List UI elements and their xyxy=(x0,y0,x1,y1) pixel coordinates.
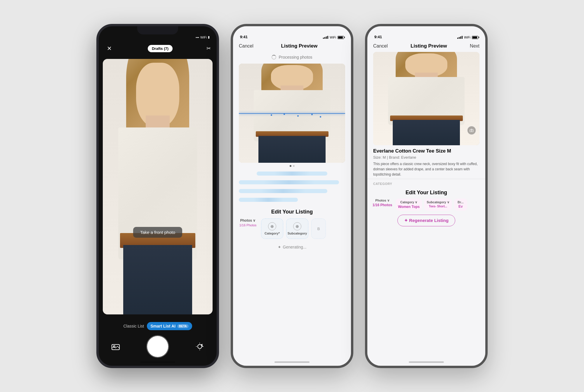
photos-count: 1/16 Photos xyxy=(239,223,257,227)
status-icons-3: WiFi xyxy=(457,36,478,39)
next-button-3[interactable]: Next xyxy=(470,43,479,49)
tab-photos-3[interactable]: Photos ∨ 1/16 Photos xyxy=(371,199,393,211)
phone-2: 9:41 WiFi Cancel Listing Preview Process… xyxy=(231,24,353,368)
generating-label: Generating... xyxy=(283,245,307,249)
signal-icon: ▪▪▪ xyxy=(196,36,199,39)
listing-photo-3 xyxy=(373,52,479,145)
listing-photo-2 xyxy=(239,64,345,163)
spinner-icon xyxy=(272,55,276,60)
listing-info: Everlane Cotton Crew Tee Size M Size: M … xyxy=(367,145,485,179)
photos-count-3: 1/16 Photos xyxy=(373,203,392,207)
tab-brand-3[interactable]: Br... Ev xyxy=(454,199,467,211)
tab-category-2[interactable]: ⊕ Category* xyxy=(261,218,283,239)
status-icons-2: WiFi xyxy=(323,36,344,39)
flip-camera-button[interactable] xyxy=(194,341,205,352)
sparkle-icon: ✦ xyxy=(278,245,281,249)
shutter-button[interactable] xyxy=(147,336,168,357)
category-circle-icon: ⊕ xyxy=(268,222,276,230)
battery-icon-2 xyxy=(338,36,344,39)
phone1-content: ▪▪▪ WiFi ▮ ✕ Drafts (7) ✂ xyxy=(99,26,217,366)
listing-meta: Size: M | Brand: Everlane xyxy=(373,155,479,160)
cancel-button-2[interactable]: Cancel xyxy=(239,43,253,49)
listing-title: Everlane Cotton Crew Tee Size M xyxy=(373,148,479,154)
tab-subcategory-3[interactable]: Subcategory ∨ Tees- Short... xyxy=(424,199,452,211)
category-section-label: CATEGORY xyxy=(367,179,485,186)
battery-icon-3 xyxy=(472,36,478,39)
beta-badge: BETA xyxy=(177,324,188,328)
tab-subcategory-2[interactable]: ⊕ Subcategory xyxy=(286,218,308,239)
home-indicator-2 xyxy=(274,361,310,363)
tab-category-3[interactable]: Category ∨ Women Tops xyxy=(396,199,422,211)
status-icons-1: ▪▪▪ WiFi ▮ xyxy=(196,35,210,39)
edit-section-title-3: Edit Your Listing xyxy=(367,186,485,199)
camera-overlay-text: Take a front photo xyxy=(133,227,182,238)
svg-point-4 xyxy=(471,130,472,131)
notch-1 xyxy=(137,26,178,34)
tab-photos-2[interactable]: Photos ∨ 1/16 Photos xyxy=(238,218,258,239)
subcategory-circle-icon: ⊕ xyxy=(293,222,301,230)
cancel-button-3[interactable]: Cancel xyxy=(373,43,388,49)
page-title-2: Listing Preview xyxy=(281,43,318,49)
phone3-content: 9:41 WiFi Cancel Listing Preview Next xyxy=(367,26,485,366)
skeleton-2 xyxy=(239,180,339,184)
tab-row-2: Photos ∨ 1/16 Photos ⊕ Category* ⊕ Subca… xyxy=(233,218,351,239)
scissors-icon[interactable]: ✂ xyxy=(206,45,211,52)
close-button[interactable]: ✕ xyxy=(105,44,114,53)
edit-section-title-2: Edit Your Listing xyxy=(233,204,351,218)
phone-3: 9:41 WiFi Cancel Listing Preview Next xyxy=(365,24,488,368)
notch-2 xyxy=(272,26,312,34)
photos-tab-label-3: Photos ∨ xyxy=(375,199,389,202)
svg-rect-3 xyxy=(470,130,473,132)
tab-brand-2[interactable]: B xyxy=(311,218,326,239)
status-time-3: 9:41 xyxy=(374,35,382,39)
wifi-icon-2: WiFi xyxy=(330,36,336,39)
wifi-icon-3: WiFi xyxy=(464,36,470,39)
signal-bars xyxy=(323,36,328,39)
generating-bar: ✦ Generating... xyxy=(233,239,351,252)
camera-edit-icon[interactable] xyxy=(467,126,476,135)
smart-list-mode[interactable]: Smart List AI BETA xyxy=(147,322,192,330)
category-tab-label: Category* xyxy=(265,232,280,235)
classic-list-mode[interactable]: Classic List xyxy=(123,324,144,328)
listing-description: This piece offers a classic crew neck, o… xyxy=(373,161,479,177)
skeleton-4 xyxy=(239,198,298,202)
tab-row-3: Photos ∨ 1/16 Photos Category ∨ Women To… xyxy=(367,199,485,211)
skeleton-1 xyxy=(257,172,327,176)
skeleton-3 xyxy=(239,189,327,193)
home-indicator-1 xyxy=(140,361,175,363)
scan-dots xyxy=(239,107,345,125)
person-image-3 xyxy=(373,52,479,145)
subcategory-tab-label: Subcategory xyxy=(288,232,307,235)
mode-selector: Classic List Smart List AI BETA xyxy=(99,317,217,333)
regenerate-button[interactable]: ✦ Regenerate Listing xyxy=(397,215,455,226)
battery-icon: ▮ xyxy=(208,35,210,39)
category-tab-label-3: Category ∨ xyxy=(400,200,418,204)
phone2-content: 9:41 WiFi Cancel Listing Preview Process… xyxy=(233,26,351,366)
processing-indicator: Processing photos xyxy=(233,52,351,64)
wifi-icon: WiFi xyxy=(200,36,207,39)
status-time-2: 9:41 xyxy=(240,35,248,39)
gallery-button[interactable] xyxy=(110,341,121,352)
category-value-3: Women Tops xyxy=(398,205,420,209)
camera-topbar: ✕ Drafts (7) ✂ xyxy=(99,41,217,56)
page-title-3: Listing Preview xyxy=(411,43,447,49)
dot-1 xyxy=(290,165,291,167)
photos-tab-label: Photos ∨ xyxy=(240,218,256,223)
nav-bar-2: Cancel Listing Preview xyxy=(233,41,351,52)
home-indicator-3 xyxy=(409,361,444,363)
brand-tab-label: B xyxy=(317,227,320,231)
phone-1: ▪▪▪ WiFi ▮ ✕ Drafts (7) ✂ xyxy=(96,24,219,368)
image-dots-2 xyxy=(233,163,351,169)
brand-value-3: Ev xyxy=(458,204,463,209)
subcategory-tab-label-3: Subcategory ∨ xyxy=(427,200,449,204)
signal-bars-3 xyxy=(457,36,463,39)
drafts-badge[interactable]: Drafts (7) xyxy=(148,45,173,52)
subcategory-value-3: Tees- Short... xyxy=(429,205,447,208)
camera-controls xyxy=(99,333,217,366)
nav-bar-3: Cancel Listing Preview Next xyxy=(367,41,485,52)
listing-image-2 xyxy=(239,64,345,163)
svg-point-2 xyxy=(198,344,202,349)
scan-line xyxy=(239,113,345,114)
camera-preview: Take a front photo xyxy=(103,59,213,314)
listing-image-3 xyxy=(373,52,479,145)
